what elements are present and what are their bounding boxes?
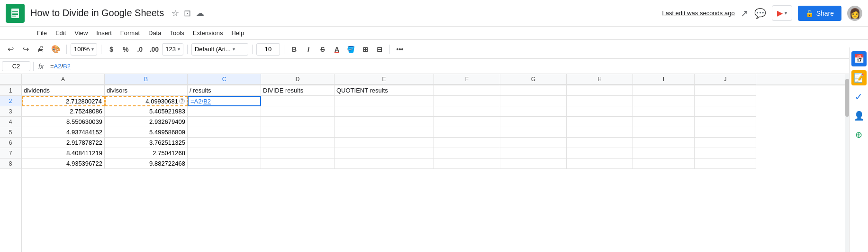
cell-i1[interactable] xyxy=(633,85,695,96)
bold-button[interactable]: B xyxy=(288,43,300,56)
cell-b1[interactable]: divisors xyxy=(105,85,188,96)
cell-j4[interactable] xyxy=(695,117,756,127)
vertical-scrollbar[interactable] xyxy=(845,85,849,252)
print-button[interactable]: 🖨 xyxy=(34,43,47,56)
cell-b8[interactable]: 9.882722468 xyxy=(105,159,188,169)
currency-button[interactable]: $ xyxy=(105,43,118,56)
font-dropdown[interactable]: Default (Ari... ▾ xyxy=(191,43,248,56)
cell-f5[interactable] xyxy=(434,127,500,138)
cell-c3[interactable] xyxy=(188,106,261,117)
cell-i4[interactable] xyxy=(633,117,695,127)
paint-format-button[interactable]: 🎨 xyxy=(49,43,63,56)
cell-c6[interactable] xyxy=(188,138,261,148)
cell-d1[interactable]: DIVIDE results xyxy=(261,85,335,96)
cell-e8[interactable] xyxy=(335,159,434,169)
cell-e6[interactable] xyxy=(335,138,434,148)
cell-f6[interactable] xyxy=(434,138,500,148)
col-header-b[interactable]: B xyxy=(105,74,188,84)
cell-j7[interactable] xyxy=(695,148,756,159)
cell-j5[interactable] xyxy=(695,127,756,138)
cell-a2[interactable]: 2.712800274 xyxy=(22,96,105,106)
cell-j1[interactable] xyxy=(695,85,756,96)
decimal-less-button[interactable]: .0 xyxy=(134,43,146,56)
cell-f7[interactable] xyxy=(434,148,500,159)
cell-b4[interactable]: 2.932679409 xyxy=(105,117,188,127)
col-header-e[interactable]: E xyxy=(335,74,434,84)
cell-h4[interactable] xyxy=(567,117,633,127)
cell-e5[interactable] xyxy=(335,127,434,138)
cell-d5[interactable] xyxy=(261,127,335,138)
cell-b6[interactable]: 3.762511325 xyxy=(105,138,188,148)
strikethrough-button[interactable]: S xyxy=(316,43,329,56)
cell-g1[interactable] xyxy=(500,85,567,96)
cell-d4[interactable] xyxy=(261,117,335,127)
cell-g8[interactable] xyxy=(500,159,567,169)
cell-g6[interactable] xyxy=(500,138,567,148)
sidebar-calendar-icon[interactable]: 📅 xyxy=(851,51,867,66)
zoom-dropdown[interactable]: 100% ▾ xyxy=(71,43,97,56)
text-color-button[interactable]: A xyxy=(331,43,343,56)
cell-b5[interactable]: 5.499586809 xyxy=(105,127,188,138)
cell-h2[interactable] xyxy=(567,96,633,106)
cell-c2[interactable]: =A2/B2 xyxy=(188,96,261,106)
col-header-f[interactable]: F xyxy=(434,74,500,84)
cell-d3[interactable] xyxy=(261,106,335,117)
sidebar-more-icon[interactable]: ⊕ xyxy=(851,127,867,142)
cell-a7[interactable]: 8.408411219 xyxy=(22,148,105,159)
cell-a5[interactable]: 4.937484152 xyxy=(22,127,105,138)
row-header-3[interactable]: 3 xyxy=(0,106,21,117)
col-header-g[interactable]: G xyxy=(500,74,567,84)
cell-f8[interactable] xyxy=(434,159,500,169)
cell-f1[interactable] xyxy=(434,85,500,96)
cell-b7[interactable]: 2.75041268 xyxy=(105,148,188,159)
scrollbar-thumb[interactable] xyxy=(845,85,849,117)
cell-c4[interactable] xyxy=(188,117,261,127)
sidebar-notes-icon[interactable]: 📝 xyxy=(851,70,867,85)
menu-extensions[interactable]: Extensions xyxy=(189,28,227,37)
col-header-d[interactable]: D xyxy=(261,74,335,84)
menu-help[interactable]: Help xyxy=(227,28,248,37)
trend-icon[interactable]: ↗ xyxy=(741,8,749,19)
cell-a6[interactable]: 2.917878722 xyxy=(22,138,105,148)
cell-g5[interactable] xyxy=(500,127,567,138)
comment-icon[interactable]: 💬 xyxy=(754,8,766,19)
row-header-2[interactable]: 2 xyxy=(0,96,21,106)
cell-a8[interactable]: 4.935396722 xyxy=(22,159,105,169)
cell-d2[interactable] xyxy=(261,96,335,106)
borders-button[interactable]: ⊞ xyxy=(359,43,371,56)
formula-input-area[interactable]: =A2/B2 xyxy=(48,63,866,70)
star-icon[interactable]: ☆ xyxy=(172,8,179,19)
row-header-5[interactable]: 5 xyxy=(0,127,21,138)
cell-e1[interactable]: QUOTIENT results xyxy=(335,85,434,96)
cell-a1[interactable]: dividends xyxy=(22,85,105,96)
cell-f3[interactable] xyxy=(434,106,500,117)
col-header-j[interactable]: J xyxy=(695,74,756,84)
sidebar-contacts-icon[interactable]: 👤 xyxy=(851,108,867,123)
cell-j2[interactable] xyxy=(695,96,756,106)
cell-c5[interactable] xyxy=(188,127,261,138)
cell-g4[interactable] xyxy=(500,117,567,127)
share-button[interactable]: 🔒 Share xyxy=(798,6,841,21)
cell-i5[interactable] xyxy=(633,127,695,138)
row-header-8[interactable]: 8 xyxy=(0,159,21,169)
cell-i6[interactable] xyxy=(633,138,695,148)
cell-j3[interactable] xyxy=(695,106,756,117)
cell-b3[interactable]: 5.405921983 xyxy=(105,106,188,117)
cell-h3[interactable] xyxy=(567,106,633,117)
meet-button[interactable]: ▶ ▾ xyxy=(772,5,792,21)
cell-i2[interactable] xyxy=(633,96,695,106)
cell-h5[interactable] xyxy=(567,127,633,138)
menu-data[interactable]: Data xyxy=(145,28,165,37)
cell-c1[interactable]: / results xyxy=(188,85,261,96)
menu-view[interactable]: View xyxy=(71,28,91,37)
decimal-more-button[interactable]: .00 xyxy=(148,43,160,56)
col-header-h[interactable]: H xyxy=(567,74,633,84)
menu-edit[interactable]: Edit xyxy=(52,28,70,37)
cell-h8[interactable] xyxy=(567,159,633,169)
font-size-input[interactable] xyxy=(256,43,280,56)
cloud-icon[interactable]: ☁ xyxy=(196,8,204,19)
percent-button[interactable]: % xyxy=(119,43,132,56)
cell-i7[interactable] xyxy=(633,148,695,159)
cell-c7[interactable] xyxy=(188,148,261,159)
more-button[interactable]: ••• xyxy=(394,43,406,56)
